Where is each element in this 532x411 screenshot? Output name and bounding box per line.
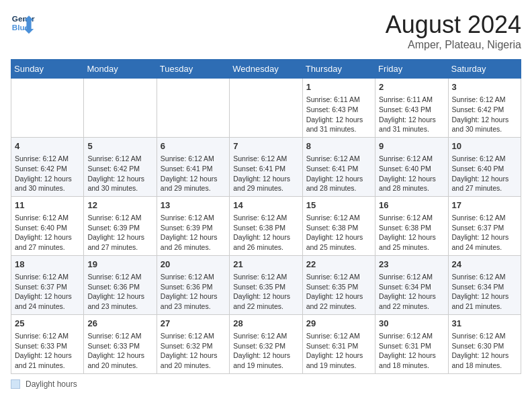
calendar-cell: 14Sunrise: 6:12 AM Sunset: 6:38 PM Dayli… [230, 196, 302, 255]
day-info: Sunrise: 6:12 AM Sunset: 6:33 PM Dayligh… [15, 331, 80, 371]
day-info: Sunrise: 6:12 AM Sunset: 6:36 PM Dayligh… [161, 272, 226, 312]
day-info: Sunrise: 6:12 AM Sunset: 6:33 PM Dayligh… [87, 331, 152, 371]
day-number: 16 [379, 199, 444, 212]
day-info: Sunrise: 6:12 AM Sunset: 6:40 PM Dayligh… [452, 154, 517, 193]
day-info: Sunrise: 6:12 AM Sunset: 6:30 PM Dayligh… [452, 331, 517, 371]
calendar-cell: 16Sunrise: 6:12 AM Sunset: 6:38 PM Dayli… [375, 196, 448, 255]
calendar-cell: 3Sunrise: 6:12 AM Sunset: 6:42 PM Daylig… [448, 79, 521, 138]
day-info: Sunrise: 6:12 AM Sunset: 6:39 PM Dayligh… [161, 213, 226, 253]
calendar-cell: 12Sunrise: 6:12 AM Sunset: 6:39 PM Dayli… [84, 196, 157, 255]
calendar-cell: 17Sunrise: 6:12 AM Sunset: 6:37 PM Dayli… [448, 196, 521, 255]
day-number: 7 [233, 140, 298, 152]
calendar-header-row: SundayMondayTuesdayWednesdayThursdayFrid… [11, 60, 521, 79]
day-number: 21 [233, 259, 298, 271]
calendar-day-header: Friday [375, 60, 448, 79]
day-info: Sunrise: 6:12 AM Sunset: 6:38 PM Dayligh… [379, 213, 444, 253]
calendar-cell: 30Sunrise: 6:12 AM Sunset: 6:31 PM Dayli… [375, 314, 448, 373]
day-number: 12 [87, 199, 152, 212]
day-number: 30 [379, 318, 444, 330]
day-info: Sunrise: 6:12 AM Sunset: 6:40 PM Dayligh… [379, 154, 444, 193]
calendar-cell: 10Sunrise: 6:12 AM Sunset: 6:40 PM Dayli… [448, 137, 521, 196]
calendar-cell: 27Sunrise: 6:12 AM Sunset: 6:32 PM Dayli… [157, 314, 229, 373]
day-number: 26 [87, 318, 152, 330]
calendar-cell: 31Sunrise: 6:12 AM Sunset: 6:30 PM Dayli… [448, 314, 521, 373]
day-number: 3 [452, 81, 517, 93]
calendar-cell: 22Sunrise: 6:12 AM Sunset: 6:35 PM Dayli… [302, 255, 375, 314]
day-number: 27 [161, 318, 226, 330]
page-header: General Blue August 2024 Amper, Plateau,… [11, 11, 521, 51]
day-number: 28 [233, 318, 298, 330]
page-title: August 2024 [386, 11, 521, 39]
day-info: Sunrise: 6:11 AM Sunset: 6:43 PM Dayligh… [379, 95, 444, 134]
day-number: 6 [161, 140, 226, 152]
calendar-cell [84, 79, 157, 138]
day-number: 22 [306, 259, 371, 271]
day-number: 31 [452, 318, 517, 330]
footer: Daylight hours [11, 379, 521, 389]
day-number: 11 [15, 199, 80, 212]
day-number: 8 [306, 140, 371, 152]
day-number: 15 [306, 199, 371, 212]
day-info: Sunrise: 6:12 AM Sunset: 6:37 PM Dayligh… [15, 272, 80, 312]
calendar-cell: 23Sunrise: 6:12 AM Sunset: 6:34 PM Dayli… [375, 255, 448, 314]
day-number: 2 [379, 81, 444, 93]
day-number: 23 [379, 259, 444, 271]
day-info: Sunrise: 6:12 AM Sunset: 6:34 PM Dayligh… [452, 272, 517, 312]
day-info: Sunrise: 6:12 AM Sunset: 6:39 PM Dayligh… [87, 213, 152, 253]
legend-box [11, 379, 20, 389]
day-info: Sunrise: 6:12 AM Sunset: 6:40 PM Dayligh… [15, 213, 80, 253]
calendar-day-header: Saturday [448, 60, 521, 79]
calendar-cell: 13Sunrise: 6:12 AM Sunset: 6:39 PM Dayli… [157, 196, 229, 255]
calendar-cell: 4Sunrise: 6:12 AM Sunset: 6:42 PM Daylig… [11, 137, 84, 196]
day-info: Sunrise: 6:12 AM Sunset: 6:32 PM Dayligh… [233, 331, 298, 371]
calendar-week-row: 11Sunrise: 6:12 AM Sunset: 6:40 PM Dayli… [11, 196, 521, 255]
day-info: Sunrise: 6:12 AM Sunset: 6:38 PM Dayligh… [306, 213, 371, 253]
calendar-cell: 28Sunrise: 6:12 AM Sunset: 6:32 PM Dayli… [230, 314, 302, 373]
calendar-day-header: Thursday [302, 60, 375, 79]
day-number: 9 [379, 140, 444, 152]
day-number: 29 [306, 318, 371, 330]
day-info: Sunrise: 6:12 AM Sunset: 6:31 PM Dayligh… [379, 331, 444, 371]
calendar-cell: 19Sunrise: 6:12 AM Sunset: 6:36 PM Dayli… [84, 255, 157, 314]
logo: General Blue [11, 11, 35, 35]
calendar-cell: 18Sunrise: 6:12 AM Sunset: 6:37 PM Dayli… [11, 255, 84, 314]
calendar-cell [230, 79, 302, 138]
day-number: 4 [15, 140, 80, 152]
calendar-cell [11, 79, 84, 138]
day-number: 13 [161, 199, 226, 212]
day-number: 10 [452, 140, 517, 152]
day-number: 24 [452, 259, 517, 271]
page-subtitle: Amper, Plateau, Nigeria [386, 39, 521, 51]
day-info: Sunrise: 6:12 AM Sunset: 6:31 PM Dayligh… [306, 331, 371, 371]
day-number: 17 [452, 199, 517, 212]
calendar-cell: 24Sunrise: 6:12 AM Sunset: 6:34 PM Dayli… [448, 255, 521, 314]
calendar-cell: 8Sunrise: 6:12 AM Sunset: 6:41 PM Daylig… [302, 137, 375, 196]
calendar-day-header: Wednesday [230, 60, 302, 79]
day-info: Sunrise: 6:12 AM Sunset: 6:35 PM Dayligh… [306, 272, 371, 312]
day-info: Sunrise: 6:12 AM Sunset: 6:42 PM Dayligh… [87, 154, 152, 193]
calendar-cell: 20Sunrise: 6:12 AM Sunset: 6:36 PM Dayli… [157, 255, 229, 314]
title-block: August 2024 Amper, Plateau, Nigeria [386, 11, 521, 51]
calendar-cell: 11Sunrise: 6:12 AM Sunset: 6:40 PM Dayli… [11, 196, 84, 255]
calendar-cell: 6Sunrise: 6:12 AM Sunset: 6:41 PM Daylig… [157, 137, 229, 196]
day-number: 18 [15, 259, 80, 271]
calendar-week-row: 18Sunrise: 6:12 AM Sunset: 6:37 PM Dayli… [11, 255, 521, 314]
calendar-cell: 26Sunrise: 6:12 AM Sunset: 6:33 PM Dayli… [84, 314, 157, 373]
day-number: 20 [161, 259, 226, 271]
calendar-cell: 15Sunrise: 6:12 AM Sunset: 6:38 PM Dayli… [302, 196, 375, 255]
calendar-day-header: Tuesday [157, 60, 229, 79]
calendar-cell: 29Sunrise: 6:12 AM Sunset: 6:31 PM Dayli… [302, 314, 375, 373]
calendar-week-row: 1Sunrise: 6:11 AM Sunset: 6:43 PM Daylig… [11, 79, 521, 138]
day-info: Sunrise: 6:12 AM Sunset: 6:41 PM Dayligh… [306, 154, 371, 193]
day-info: Sunrise: 6:12 AM Sunset: 6:38 PM Dayligh… [233, 213, 298, 253]
calendar-week-row: 4Sunrise: 6:12 AM Sunset: 6:42 PM Daylig… [11, 137, 521, 196]
day-info: Sunrise: 6:12 AM Sunset: 6:41 PM Dayligh… [161, 154, 226, 193]
calendar-day-header: Monday [84, 60, 157, 79]
day-info: Sunrise: 6:12 AM Sunset: 6:32 PM Dayligh… [161, 331, 226, 371]
day-info: Sunrise: 6:12 AM Sunset: 6:42 PM Dayligh… [15, 154, 80, 193]
calendar-cell: 1Sunrise: 6:11 AM Sunset: 6:43 PM Daylig… [302, 79, 375, 138]
calendar-cell: 9Sunrise: 6:12 AM Sunset: 6:40 PM Daylig… [375, 137, 448, 196]
day-number: 25 [15, 318, 80, 330]
logo-icon: General Blue [11, 11, 35, 35]
day-info: Sunrise: 6:12 AM Sunset: 6:36 PM Dayligh… [87, 272, 152, 312]
